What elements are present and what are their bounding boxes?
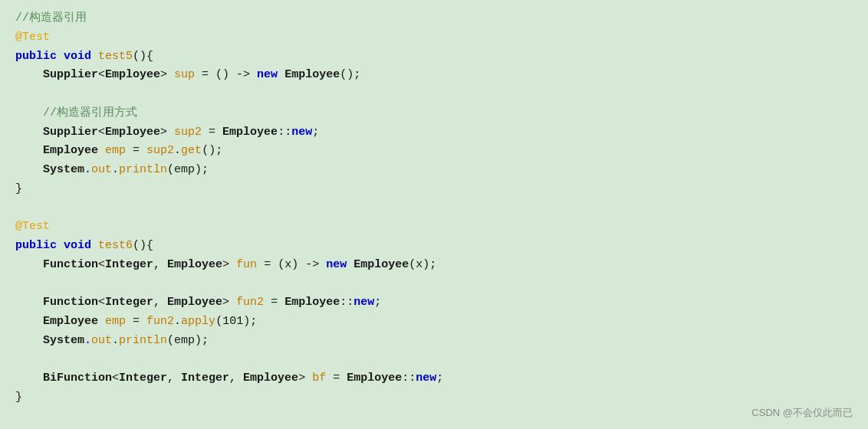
- type-system-1: System: [43, 163, 84, 176]
- type-employee-1: Employee: [43, 144, 98, 157]
- code-line-17: Employee emp = fun2.apply(101);: [15, 313, 845, 332]
- keyword-new-3: new: [326, 258, 347, 271]
- keyword-new-1: new: [257, 68, 278, 81]
- empty-line-2: [15, 199, 845, 218]
- annotation-1: @Test: [15, 31, 50, 44]
- method-get: get: [181, 144, 202, 157]
- class-employee-6: Employee: [353, 258, 409, 271]
- keyword-void-2: void: [64, 239, 91, 252]
- method-apply: apply: [181, 315, 215, 328]
- class-employee-10: Employee: [347, 372, 402, 385]
- code-line-3: public void test5(){: [15, 47, 845, 67]
- keyword-public-1: public: [15, 50, 57, 63]
- code-line-13: public void test6(){: [15, 237, 845, 256]
- code-line-18: System.out.println(emp);: [15, 332, 845, 351]
- var-fun: fun: [236, 258, 257, 271]
- type-supplier-2: Supplier: [43, 126, 98, 139]
- keyword-new-5: new: [416, 372, 436, 385]
- annotation-2: @Test: [15, 220, 50, 233]
- method-test5: test5: [98, 50, 133, 63]
- class-employee-7: Employee: [167, 296, 222, 309]
- empty-line-4: [15, 351, 845, 370]
- var-emp-2: emp: [105, 315, 126, 328]
- var-out-2: out: [91, 334, 112, 347]
- type-function-2: Function: [43, 296, 98, 309]
- method-println-2: println: [119, 334, 167, 347]
- type-employee-2: Employee: [43, 315, 98, 328]
- code-line-21: }: [15, 388, 845, 408]
- var-fun2-ref: fun2: [146, 315, 174, 328]
- code-container: //构造器引用 @Test public void test5(){ Suppl…: [0, 0, 868, 429]
- code-line-7: Supplier<Employee> sup2 = Employee::new;: [15, 123, 845, 142]
- code-line-20: BiFunction<Integer, Integer, Employee> b…: [15, 369, 845, 388]
- var-out-1: out: [91, 163, 112, 176]
- code-line-12: @Test: [15, 218, 845, 237]
- empty-line-1: [15, 85, 845, 104]
- var-sup2: sup2: [174, 126, 202, 139]
- class-employee-4: Employee: [222, 126, 278, 139]
- method-println-1: println: [119, 163, 167, 176]
- comment-2: //构造器引用方式: [43, 106, 137, 120]
- code-line-1: //构造器引用: [15, 9, 845, 28]
- code-line-4: Supplier<Employee> sup = () -> new Emplo…: [15, 66, 845, 85]
- code-line-10: }: [15, 180, 845, 199]
- code-line-2: @Test: [15, 28, 845, 47]
- var-fun2: fun2: [236, 296, 264, 309]
- code-line-14: Function<Integer, Employee> fun = (x) ->…: [15, 256, 845, 275]
- type-system-2: System: [43, 334, 84, 347]
- class-employee-1: Employee: [105, 68, 160, 81]
- method-test6: test6: [98, 239, 133, 252]
- type-function-1: Function: [43, 258, 98, 271]
- watermark: CSDN @不会仅此而已: [751, 406, 853, 420]
- empty-line-3: [15, 275, 845, 294]
- comment-1: //构造器引用: [15, 11, 87, 25]
- keyword-void-1: void: [64, 50, 91, 63]
- keyword-new-2: new: [291, 126, 312, 139]
- class-employee-5: Employee: [167, 258, 222, 271]
- code-line-16: Function<Integer, Employee> fun2 = Emplo…: [15, 293, 845, 313]
- type-supplier-1: Supplier: [43, 68, 98, 81]
- keyword-public-2: public: [15, 239, 57, 252]
- class-employee-2: Employee: [284, 68, 340, 81]
- keyword-new-4: new: [353, 296, 374, 309]
- code-line-9: System.out.println(emp);: [15, 161, 845, 180]
- class-employee-8: Employee: [284, 296, 340, 309]
- var-sup2-ref: sup2: [146, 144, 174, 157]
- class-employee-9: Employee: [243, 372, 298, 385]
- var-sup: sup: [174, 68, 195, 81]
- code-line-8: Employee emp = sup2.get();: [15, 142, 845, 161]
- code-line-6: //构造器引用方式: [15, 104, 845, 123]
- var-emp-1: emp: [105, 144, 126, 157]
- type-bifunction: BiFunction: [43, 372, 112, 385]
- class-employee-3: Employee: [105, 126, 160, 139]
- var-bf: bf: [312, 372, 326, 385]
